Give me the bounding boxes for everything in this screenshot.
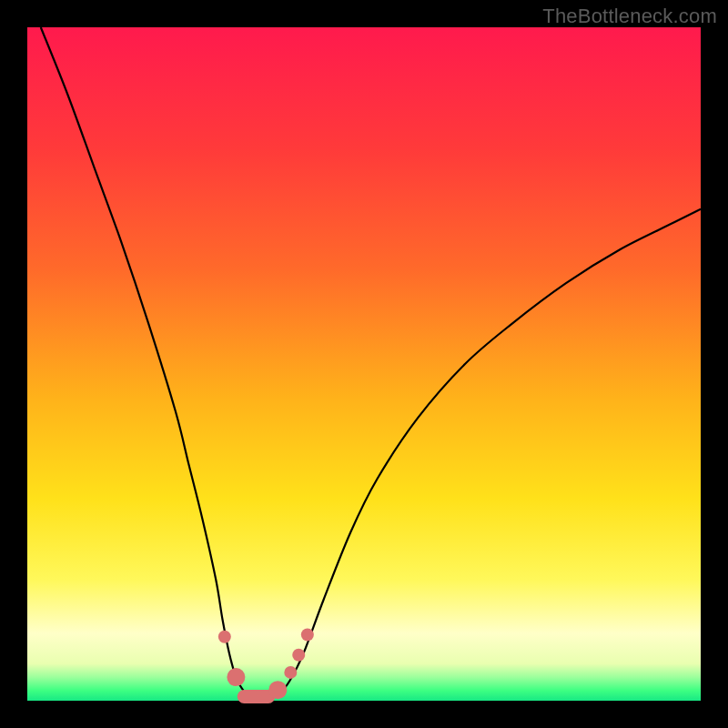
curve-marker — [227, 668, 245, 686]
watermark-text: TheBottleneck.com — [542, 5, 717, 28]
curve-marker — [301, 628, 314, 641]
plot-area — [27, 27, 701, 701]
bottleneck-chart — [0, 0, 728, 728]
chart-frame: TheBottleneck.com — [0, 0, 728, 728]
curve-marker — [292, 649, 305, 662]
curve-marker — [268, 681, 287, 699]
curve-marker — [218, 631, 231, 643]
curve-marker — [284, 666, 297, 679]
